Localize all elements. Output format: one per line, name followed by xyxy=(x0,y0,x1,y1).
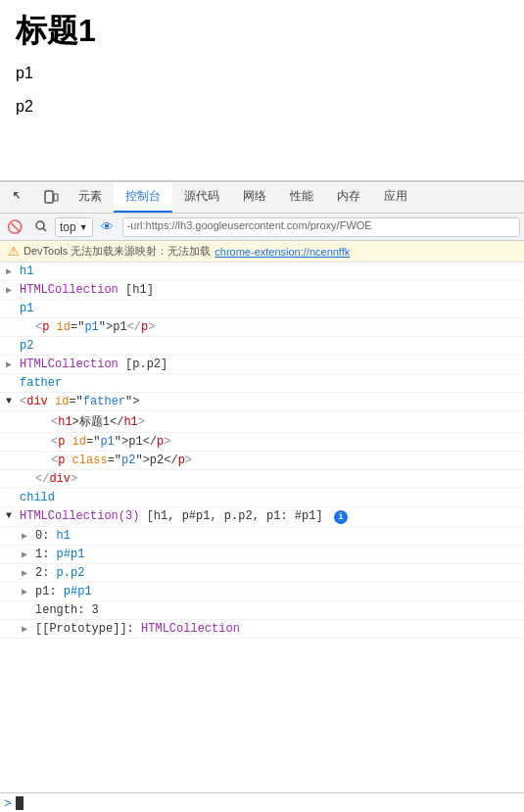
console-row-father-p2[interactable]: <p class="p2">p2</p> xyxy=(0,452,524,470)
row-content-h1: h1 xyxy=(18,263,524,279)
console-prompt: > xyxy=(4,795,12,810)
devtools-tabs: 元素 控制台 源代码 网络 性能 内存 应用 xyxy=(0,182,524,214)
row-content-htmlcol-p2: HTMLCollection [p.p2] xyxy=(18,357,524,372)
console-row-father-div-close[interactable]: </div> xyxy=(0,470,524,489)
row-content-father-div-close: </div> xyxy=(33,471,524,487)
url-bar: -url:https://lh3.googleusercontent.com/p… xyxy=(122,217,520,237)
devtools-console[interactable]: ▶ h1 ▶ HTMLCollection [h1] p1 <p id="p1"… xyxy=(0,263,524,792)
row-content-p1-label: p1 xyxy=(18,301,524,316)
page-heading: 标题1 xyxy=(16,10,508,53)
console-row-prototype[interactable]: ▶ [[Prototype]]: HTMLCollection xyxy=(0,620,524,639)
console-row-item-0[interactable]: ▶ 0: h1 xyxy=(0,527,524,546)
arrow-length xyxy=(16,602,33,604)
arrow-htmlcol-h1[interactable]: ▶ xyxy=(0,282,18,296)
arrow-father-p1 xyxy=(31,434,49,436)
row-content-item-2: 2: p.p2 xyxy=(33,565,524,581)
row-content-htmlcol-h1: HTMLCollection [h1] xyxy=(18,282,524,298)
console-row-length[interactable]: length: 3 xyxy=(0,601,524,620)
console-row-father-p1[interactable]: <p id="p1">p1</p> xyxy=(0,433,524,452)
arrow-item-2[interactable]: ▶ xyxy=(16,565,33,579)
tab-console[interactable]: 控制台 xyxy=(114,182,172,213)
arrow-father-p2 xyxy=(31,453,49,454)
console-row-p1-code[interactable]: <p id="p1">p1</p> xyxy=(0,318,524,337)
row-content-p2-label: p2 xyxy=(18,338,524,354)
device-icon[interactable] xyxy=(35,186,67,210)
svg-point-2 xyxy=(36,221,44,229)
arrow-child-label xyxy=(0,490,18,492)
console-row-father-label[interactable]: father xyxy=(0,374,524,393)
svg-rect-1 xyxy=(54,194,58,201)
console-row-p2-label[interactable]: p2 xyxy=(0,337,524,356)
devtools-toolbar: 🚫 top ▼ 👁 -url:https://lh3.googleusercon… xyxy=(0,214,524,241)
tab-application[interactable]: 应用 xyxy=(372,182,419,213)
row-content-item-p1: p1: p#p1 xyxy=(33,584,524,599)
inspect-icon[interactable] xyxy=(4,186,35,210)
filter-icon[interactable] xyxy=(29,216,51,238)
context-selector[interactable]: top ▼ xyxy=(55,217,93,237)
tab-sources[interactable]: 源代码 xyxy=(172,182,231,213)
arrow-father-h1 xyxy=(31,412,49,414)
info-icon[interactable]: i xyxy=(334,510,348,524)
row-content-father-p2: <p class="p2">p2</p> xyxy=(49,453,524,468)
arrow-p2-label xyxy=(0,338,18,340)
console-row-item-2[interactable]: ▶ 2: p.p2 xyxy=(0,564,524,583)
arrow-htmlcol-p2[interactable]: ▶ xyxy=(0,357,18,370)
console-row-father-div[interactable]: ▼ <div id="father"> xyxy=(0,393,524,411)
warning-link[interactable]: chrome-extension://ncennffk xyxy=(214,246,350,258)
page-p2: p2 xyxy=(16,98,508,116)
row-content-item-0: 0: h1 xyxy=(33,528,524,544)
console-cursor xyxy=(16,796,24,810)
arrow-h1[interactable]: ▶ xyxy=(0,263,18,277)
console-row-item-p1[interactable]: ▶ p1: p#p1 xyxy=(0,583,524,601)
tab-elements[interactable]: 元素 xyxy=(67,182,114,213)
console-row-htmlcol-p2[interactable]: ▶ HTMLCollection [p.p2] xyxy=(0,356,524,374)
svg-line-3 xyxy=(43,228,46,231)
row-content-father-h1: <h1>标题1</h1> xyxy=(49,412,524,431)
page-p1: p1 xyxy=(16,65,508,82)
row-content-item-1: 1: p#p1 xyxy=(33,547,524,562)
eye-icon[interactable]: 👁 xyxy=(97,216,119,238)
chevron-down-icon: ▼ xyxy=(79,222,88,232)
arrow-item-p1[interactable]: ▶ xyxy=(16,584,33,597)
row-content-father-label: father xyxy=(18,375,524,391)
devtools-panel: 元素 控制台 源代码 网络 性能 内存 应用 🚫 top ▼ 👁 -ur xyxy=(0,181,524,812)
tab-network[interactable]: 网络 xyxy=(231,182,278,213)
arrow-prototype[interactable]: ▶ xyxy=(16,621,33,635)
arrow-p1-label xyxy=(0,301,18,303)
tab-performance[interactable]: 性能 xyxy=(278,182,325,213)
row-content-length: length: 3 xyxy=(33,602,524,618)
console-row-item-1[interactable]: ▶ 1: p#p1 xyxy=(0,546,524,564)
console-input-row[interactable]: > xyxy=(0,792,524,812)
arrow-father-div[interactable]: ▼ xyxy=(0,394,18,406)
console-row-htmlcol3[interactable]: ▼ HTMLCollection(3) [h1, p#p1, p.p2, p1:… xyxy=(0,507,524,527)
svg-rect-0 xyxy=(45,191,53,203)
clear-console-icon[interactable]: 🚫 xyxy=(4,216,25,238)
row-content-p1-code: <p id="p1">p1</p> xyxy=(33,319,524,335)
arrow-p1-code xyxy=(16,319,33,321)
warning-text: DevTools 无法加载来源映射：无法加载 xyxy=(24,244,211,259)
arrow-father-div-close xyxy=(16,471,33,473)
arrow-father-label xyxy=(0,375,18,377)
devtools-warning: ⚠ DevTools 无法加载来源映射：无法加载 chrome-extensio… xyxy=(0,241,524,263)
console-row-father-h1[interactable]: <h1>标题1</h1> xyxy=(0,411,524,433)
tab-memory[interactable]: 内存 xyxy=(325,182,372,213)
row-content-father-div: <div id="father"> xyxy=(18,394,524,409)
row-content-htmlcol3: HTMLCollection(3) [h1, p#p1, p.p2, p1: #… xyxy=(18,508,524,525)
arrow-htmlcol3[interactable]: ▼ xyxy=(0,508,18,521)
arrow-item-1[interactable]: ▶ xyxy=(16,547,33,560)
console-row-h1[interactable]: ▶ h1 xyxy=(0,263,524,281)
console-row-p1-label[interactable]: p1 xyxy=(0,300,524,318)
page-content: 标题1 p1 p2 xyxy=(0,0,524,181)
row-content-prototype: [[Prototype]]: HTMLCollection xyxy=(33,621,524,637)
console-row-htmlcol-h1[interactable]: ▶ HTMLCollection [h1] xyxy=(0,281,524,300)
console-row-child-label[interactable]: child xyxy=(0,489,524,507)
row-content-father-p1: <p id="p1">p1</p> xyxy=(49,434,524,450)
arrow-item-0[interactable]: ▶ xyxy=(16,528,33,542)
warning-icon: ⚠ xyxy=(8,244,20,259)
row-content-child-label: child xyxy=(18,490,524,505)
